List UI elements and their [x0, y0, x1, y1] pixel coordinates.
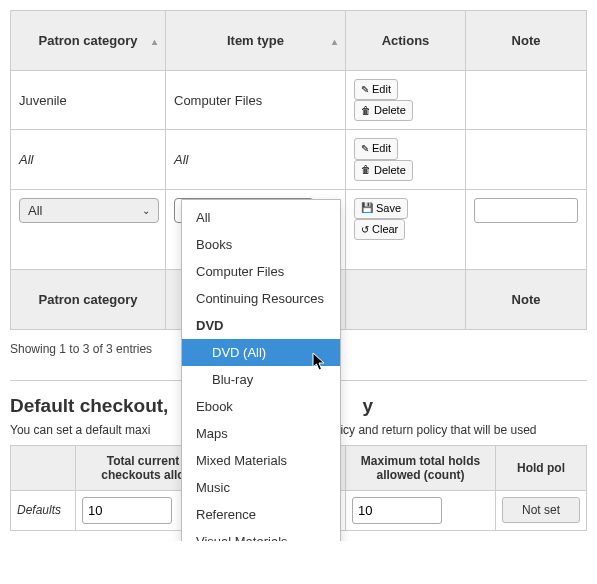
dropdown-option[interactable]: Computer Files	[182, 258, 340, 285]
footer-patron-category: Patron category	[11, 269, 166, 329]
footer-note: Note	[466, 269, 587, 329]
delete-button[interactable]: 🗑 Delete	[354, 100, 413, 121]
dropdown-option[interactable]: Maps	[182, 420, 340, 447]
dropdown-option[interactable]: Ebook	[182, 393, 340, 420]
header-actions: Actions	[346, 11, 466, 71]
defaults-label: Defaults	[11, 490, 76, 530]
trash-icon: 🗑	[361, 164, 371, 176]
chevron-down-icon: ⌄	[142, 205, 150, 216]
header-patron-category[interactable]: Patron category ▴	[11, 11, 166, 71]
dropdown-option[interactable]: Music	[182, 474, 340, 501]
dropdown-option[interactable]: Reference	[182, 501, 340, 528]
edit-button[interactable]: ✎ Edit	[354, 79, 398, 100]
defaults-header-holds: Maximum total holds allowed (count)	[346, 445, 496, 490]
table-row: Juvenile Computer Files ✎ Edit 🗑 Delete	[11, 71, 587, 130]
header-item-type[interactable]: Item type ▴	[166, 11, 346, 71]
cell-actions: ✎ Edit 🗑 Delete	[346, 71, 466, 130]
note-input[interactable]	[474, 198, 578, 223]
dropdown-option[interactable]: Continuing Resources	[182, 285, 340, 312]
item-type-dropdown[interactable]: AllBooksComputer FilesContinuing Resourc…	[181, 199, 341, 541]
dropdown-option[interactable]: DVD	[182, 312, 340, 339]
dropdown-option[interactable]: Visual Materials	[182, 528, 340, 541]
pencil-icon: ✎	[361, 84, 369, 96]
max-holds-input[interactable]	[352, 497, 442, 524]
total-checkouts-input[interactable]	[82, 497, 172, 524]
patron-category-select[interactable]: All ⌄	[19, 198, 159, 223]
clear-button[interactable]: ↺ Clear	[354, 219, 405, 240]
table-row: All All ✎ Edit 🗑 Delete	[11, 130, 587, 189]
defaults-header-hold-policy: Hold pol	[496, 445, 587, 490]
delete-button[interactable]: 🗑 Delete	[354, 160, 413, 181]
save-button[interactable]: 💾 Save	[354, 198, 408, 219]
cell-note	[466, 130, 587, 189]
dropdown-option[interactable]: Mixed Materials	[182, 447, 340, 474]
footer-actions	[346, 269, 466, 329]
dropdown-option[interactable]: Blu-ray	[182, 366, 340, 393]
cell-item-type: Computer Files	[166, 71, 346, 130]
edit-button[interactable]: ✎ Edit	[354, 138, 398, 159]
dropdown-option[interactable]: Books	[182, 231, 340, 258]
cell-patron-category: Juvenile	[11, 71, 166, 130]
dropdown-option[interactable]: All	[182, 204, 340, 231]
cell-note	[466, 71, 587, 130]
save-icon: 💾	[361, 202, 373, 214]
trash-icon: 🗑	[361, 105, 371, 117]
cell-item-type: All	[166, 130, 346, 189]
dropdown-option[interactable]: DVD (All)	[182, 339, 340, 366]
header-row: Patron category ▴ Item type ▴ Actions No…	[11, 11, 587, 71]
hold-policy-select[interactable]: Not set	[502, 497, 580, 523]
cell-actions: ✎ Edit 🗑 Delete	[346, 130, 466, 189]
pencil-icon: ✎	[361, 143, 369, 155]
defaults-header-empty	[11, 445, 76, 490]
undo-icon: ↺	[361, 224, 369, 236]
sort-asc-icon: ▴	[332, 35, 337, 46]
sort-asc-icon: ▴	[152, 35, 157, 46]
header-note: Note	[466, 11, 587, 71]
cell-patron-category: All	[11, 130, 166, 189]
